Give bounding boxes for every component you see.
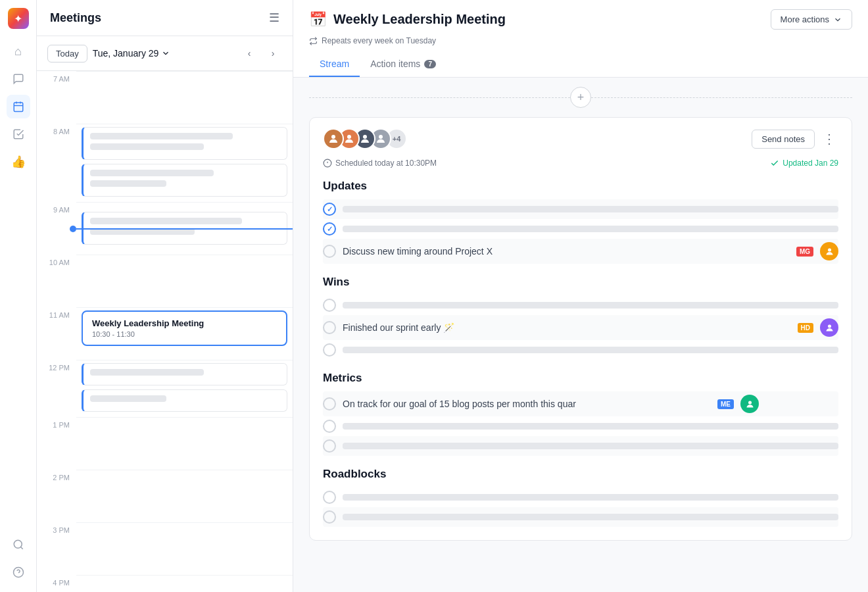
menu-icon[interactable]: ☰	[269, 11, 279, 25]
todo-item-roadblocks-2[interactable]	[323, 507, 838, 527]
todo-placeholder-metrics-3	[343, 443, 838, 449]
todo-checkbox-1[interactable]	[323, 203, 336, 216]
todo-checkbox-wins-1[interactable]	[323, 299, 336, 312]
date-selector[interactable]: Tue, January 29	[93, 48, 171, 59]
tab-action-items[interactable]: Action items 7	[360, 53, 446, 77]
sidebar: Meetings ☰ Today Tue, January 29 ‹ › 7 A…	[37, 0, 293, 592]
time-content-2pm	[76, 470, 293, 522]
todo-placeholder-wins-1	[343, 302, 838, 308]
todo-item-wins-3[interactable]	[323, 340, 838, 360]
time-label-10am: 10 AM	[37, 255, 76, 307]
user-tag-hd: HD	[798, 323, 813, 333]
time-content-9am	[76, 202, 293, 255]
today-button[interactable]: Today	[47, 45, 87, 62]
todo-item-metrics-1[interactable]: On track for our goal of 15 blog posts p…	[323, 391, 838, 416]
todo-item-metrics-2[interactable]	[323, 416, 838, 436]
time-slot-1pm: 1 PM	[37, 417, 293, 470]
event-card-4[interactable]	[82, 363, 287, 385]
time-content-10am	[76, 255, 293, 307]
todo-checkbox-wins-2[interactable]	[323, 321, 336, 334]
more-actions-label: More actions	[781, 14, 829, 24]
sidebar-item-tasks[interactable]	[7, 122, 30, 146]
add-section: +	[309, 78, 852, 117]
sidebar-item-feedback[interactable]: 👍	[7, 150, 30, 174]
section-heading-roadblocks: Roadblocks	[323, 468, 838, 481]
chevron-down-icon	[833, 15, 842, 24]
todo-checkbox-3[interactable]	[323, 245, 336, 258]
time-label-7am: 7 AM	[37, 71, 76, 124]
user-tag-mg: MG	[796, 247, 813, 257]
user-tag-me: ME	[717, 399, 734, 409]
meeting-subtitle: Repeats every week on Tuesday	[309, 36, 852, 45]
prev-date-button[interactable]: ‹	[240, 44, 258, 62]
add-button[interactable]: +	[570, 87, 591, 108]
avatar-1	[323, 128, 344, 149]
todo-placeholder-roadblocks-1	[343, 494, 838, 501]
main-content: 📅 Weekly Leadership Meeting More actions…	[293, 0, 868, 592]
todo-item-roadblocks-1[interactable]	[323, 487, 838, 507]
todo-checkbox-metrics-1[interactable]	[323, 397, 336, 410]
todo-checkbox-metrics-2[interactable]	[323, 420, 336, 433]
time-label-2pm: 2 PM	[37, 470, 76, 522]
time-content-7am	[76, 71, 293, 124]
kebab-menu-button[interactable]: ⋮	[820, 130, 838, 148]
scheduled-info: Scheduled today at 10:30PM	[323, 159, 437, 168]
sidebar-item-home[interactable]: ⌂	[7, 39, 30, 63]
event-card-5[interactable]	[82, 389, 287, 412]
todo-checkbox-metrics-3[interactable]	[323, 439, 336, 453]
todo-checkbox-roadblocks-2[interactable]	[323, 510, 336, 524]
send-notes-button[interactable]: Send notes	[752, 130, 815, 149]
time-content-11am: Weekly Leadership Meeting 10:30 - 11:30	[76, 307, 293, 360]
meeting-header: 📅 Weekly Leadership Meeting More actions…	[293, 0, 868, 78]
icon-bar: ✦ ⌂ 👍	[0, 0, 37, 592]
next-date-button[interactable]: ›	[264, 44, 282, 62]
more-actions-button[interactable]: More actions	[771, 9, 852, 30]
current-date-label: Tue, January 29	[93, 48, 159, 59]
todo-text-updates-3: Discuss new timing around Project X	[343, 246, 790, 257]
recurrence-text: Repeats every week on Tuesday	[322, 36, 436, 45]
svg-point-8	[331, 135, 335, 139]
todo-item-wins-1[interactable]	[323, 295, 838, 315]
weekly-leadership-meeting-card[interactable]: Weekly Leadership Meeting 10:30 - 11:30	[82, 310, 287, 346]
info-icon	[323, 159, 332, 168]
sidebar-header: Meetings ☰	[37, 0, 293, 36]
sidebar-item-calendar[interactable]	[7, 95, 30, 118]
help-icon[interactable]	[7, 560, 30, 584]
svg-point-11	[379, 135, 383, 139]
notes-actions: Send notes ⋮	[752, 130, 838, 149]
event-card-1[interactable]	[82, 127, 287, 160]
time-label-1pm: 1 PM	[37, 417, 76, 470]
meeting-header-top: 📅 Weekly Leadership Meeting More actions	[309, 9, 852, 30]
svg-point-15	[828, 248, 831, 251]
time-slot-9am: 9 AM	[37, 202, 293, 255]
time-label-8am: 8 AM	[37, 124, 76, 202]
svg-point-10	[363, 135, 367, 139]
todo-item-wins-2[interactable]: Finished our sprint early 🪄 HD	[323, 315, 838, 340]
todo-placeholder-1	[343, 206, 838, 212]
todo-placeholder-2	[343, 226, 838, 232]
search-icon[interactable]	[7, 533, 30, 556]
todo-checkbox-roadblocks-1[interactable]	[323, 491, 336, 504]
event-card-2[interactable]	[82, 164, 287, 197]
chevron-down-icon	[161, 49, 170, 58]
todo-item-updates-2[interactable]	[323, 219, 838, 239]
meeting-title-row: 📅 Weekly Leadership Meeting	[309, 11, 506, 28]
sidebar-title: Meetings	[50, 11, 101, 25]
todo-item-updates-3[interactable]: Discuss new timing around Project X MG	[323, 239, 838, 264]
todo-checkbox-wins-3[interactable]	[323, 343, 336, 357]
time-slot-8am: 8 AM	[37, 124, 293, 202]
todo-item-updates-1[interactable]	[323, 199, 838, 219]
svg-point-17	[748, 401, 752, 404]
time-label-4pm: 4 PM	[37, 575, 76, 592]
todo-checkbox-2[interactable]	[323, 222, 336, 235]
current-time-line	[76, 228, 293, 230]
svg-rect-0	[14, 103, 23, 112]
svg-point-16	[828, 324, 831, 328]
notes-meta: Scheduled today at 10:30PM Updated Jan 2…	[323, 159, 838, 168]
meeting-body: +	[293, 78, 868, 592]
tab-stream[interactable]: Stream	[309, 53, 360, 77]
right-divider	[591, 97, 852, 98]
sidebar-item-chat[interactable]	[7, 67, 30, 91]
todo-item-metrics-3[interactable]	[323, 436, 838, 456]
action-items-badge: 7	[424, 60, 436, 68]
